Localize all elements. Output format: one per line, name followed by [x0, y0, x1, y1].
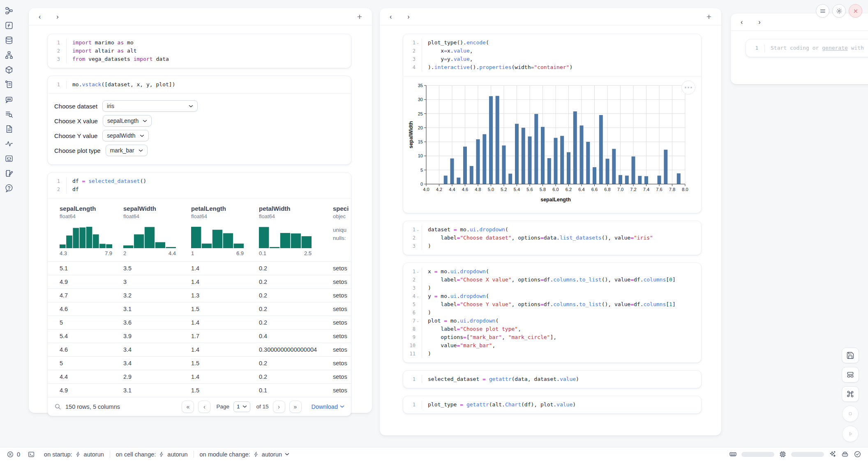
error-counter[interactable]: 0: [7, 451, 20, 458]
terminal-button[interactable]: [28, 451, 35, 458]
code-editor[interactable]: 1plot_type = getattr(alt.Chart(df), plot…: [403, 396, 701, 413]
column-prev-button[interactable]: ‹: [390, 14, 392, 20]
table-row[interactable]: 5.43.91.70.4setos: [48, 329, 351, 343]
svg-text:15: 15: [418, 139, 423, 144]
status-right: [729, 450, 861, 459]
dropdown-select[interactable]: sepalLength: [103, 115, 152, 127]
column-next-button[interactable]: ›: [56, 14, 58, 20]
column-next-button[interactable]: ›: [758, 19, 760, 25]
table-row[interactable]: 5.13.51.40.2setos: [48, 261, 351, 275]
scroll-icon[interactable]: [4, 80, 14, 89]
run-mode-item[interactable]: on startup:autorun: [44, 451, 104, 458]
chart-menu-button[interactable]: [681, 81, 695, 95]
database-icon[interactable]: [4, 35, 14, 45]
svg-text:30: 30: [418, 97, 423, 102]
code-editor[interactable]: 1Start coding or generate with: [746, 39, 868, 57]
svg-text:4.0: 4.0: [423, 187, 429, 192]
document-icon[interactable]: [4, 124, 14, 134]
dropdown-label: Choose Y value: [54, 132, 97, 139]
svg-text:sepalLength: sepalLength: [540, 197, 571, 203]
table-row[interactable]: 4.931.40.2setos: [48, 275, 351, 288]
table-row[interactable]: 53.61.40.2setos: [48, 316, 351, 329]
code-editor[interactable]: 1⌄23dataset = mo.ui.dropdown( label="Cho…: [403, 221, 701, 255]
save-button[interactable]: [842, 348, 859, 363]
menu-button[interactable]: [816, 4, 829, 18]
list-search-icon[interactable]: [4, 109, 14, 119]
column-1-header: ‹ › +: [29, 8, 372, 25]
notebook-column-3: ‹ › 1Start coding or generate with: [731, 14, 868, 84]
add-cell-button[interactable]: +: [357, 12, 362, 21]
window-controls: [816, 4, 862, 18]
dropdown-select[interactable]: mark_bar: [106, 145, 148, 156]
column-header[interactable]: sepalLengthfloat644.37.9: [60, 205, 123, 256]
column-header[interactable]: petalWidthfloat640.12.5: [259, 205, 333, 256]
column-header[interactable]: sepalWidthfloat6424.4: [123, 205, 191, 256]
table-header-row: sepalLengthfloat644.37.9sepalWidthfloat6…: [48, 198, 351, 261]
table-row[interactable]: 4.42.91.40.2setos: [48, 370, 351, 383]
settings-button[interactable]: [832, 4, 846, 18]
close-button[interactable]: [849, 4, 862, 18]
ram-usage-bar[interactable]: [741, 452, 774, 457]
code-editor[interactable]: 1selected_dataset = getattr(data, datase…: [403, 371, 701, 388]
run-mode-item[interactable]: on module change:autorun: [200, 451, 290, 458]
table-row[interactable]: 4.73.21.30.2setos: [48, 288, 351, 302]
dropdown-select[interactable]: sepalWidth: [102, 130, 148, 141]
column-prev-button[interactable]: ‹: [741, 19, 743, 25]
column-header[interactable]: speciobjecuniqunulls:: [333, 205, 351, 256]
table-row[interactable]: 53.41.50.2setos: [48, 356, 351, 370]
keyboard-shortcuts-button[interactable]: [842, 386, 859, 402]
sparkles-icon[interactable]: [829, 450, 836, 458]
svg-text:7.2: 7.2: [630, 187, 636, 192]
layout-button[interactable]: [842, 367, 859, 383]
page-number-select[interactable]: 1: [233, 401, 251, 412]
dependency-graph-icon[interactable]: [4, 50, 14, 60]
file-tree-icon[interactable]: [4, 6, 14, 15]
column-next-button[interactable]: ›: [407, 14, 409, 20]
help-bubble-icon[interactable]: [4, 183, 14, 193]
cell-output: Choose datasetirisChoose X valuesepalLen…: [48, 93, 351, 164]
run-button[interactable]: [842, 426, 859, 442]
bot-chat-icon[interactable]: [4, 95, 14, 104]
activity-icon[interactable]: [4, 139, 14, 148]
add-cell-button[interactable]: +: [706, 12, 711, 21]
sidebar-icon-rail: [4, 6, 14, 193]
connection-status-icon[interactable]: [854, 450, 861, 458]
notebook-column-2: ‹ › + 1⌄234plot_type().encode( x=x.value…: [380, 8, 721, 436]
copilot-icon[interactable]: [841, 450, 849, 459]
search-icon[interactable]: [54, 403, 61, 410]
next-page-button[interactable]: ›: [273, 401, 285, 413]
dropdown-select[interactable]: iris: [102, 100, 198, 112]
svg-text:6.4: 6.4: [578, 187, 584, 192]
prev-page-button[interactable]: ‹: [198, 401, 210, 413]
column-header[interactable]: petalLengthfloat6416.9: [191, 205, 259, 256]
table-row[interactable]: 4.93.11.50.1setos: [48, 383, 351, 397]
stop-button[interactable]: [842, 406, 859, 422]
package-icon[interactable]: [4, 65, 14, 74]
code-editor[interactable]: 1⌄234⌄567⌄891011x = mo.ui.dropdown( labe…: [403, 263, 701, 362]
svg-text:5: 5: [420, 168, 423, 173]
column-histogram: [60, 225, 112, 248]
column-prev-button[interactable]: ‹: [39, 14, 41, 20]
code-snippet-icon[interactable]: [4, 154, 14, 163]
stop-icon: [846, 410, 854, 418]
table-row[interactable]: 4.63.41.40.3000000000000004setos: [48, 343, 351, 356]
bar-chart[interactable]: 4.04.24.44.64.85.05.25.45.65.86.06.26.46…: [407, 80, 695, 208]
svg-text:6.0: 6.0: [552, 187, 559, 192]
terminal-icon: [28, 451, 35, 458]
code-editor[interactable]: 1⌄234plot_type().encode( x=x.value, y=y.…: [403, 34, 701, 76]
last-page-button[interactable]: »: [289, 401, 302, 413]
function-square-icon[interactable]: [4, 21, 14, 30]
status-bar: 0 on startup:autorunon cell change:autor…: [0, 447, 868, 461]
code-editor[interactable]: 123import marimo as moimport altair as a…: [48, 34, 351, 68]
code-editor[interactable]: 1mo.vstack([dataset, x, y, plot]): [48, 76, 351, 93]
divider: [110, 451, 110, 458]
scratchpad-icon[interactable]: [4, 168, 14, 178]
lightning-bolt-icon: [253, 452, 259, 457]
table-row[interactable]: 4.63.11.50.2setos: [48, 302, 351, 316]
download-button[interactable]: Download: [312, 403, 345, 410]
code-editor[interactable]: 12df = selected_dataset()df: [48, 173, 351, 198]
run-mode-item[interactable]: on cell change:autorun: [116, 451, 188, 458]
chevron-down-icon: [140, 134, 144, 137]
cpu-usage-bar[interactable]: [791, 452, 824, 457]
first-page-button[interactable]: «: [182, 401, 194, 413]
